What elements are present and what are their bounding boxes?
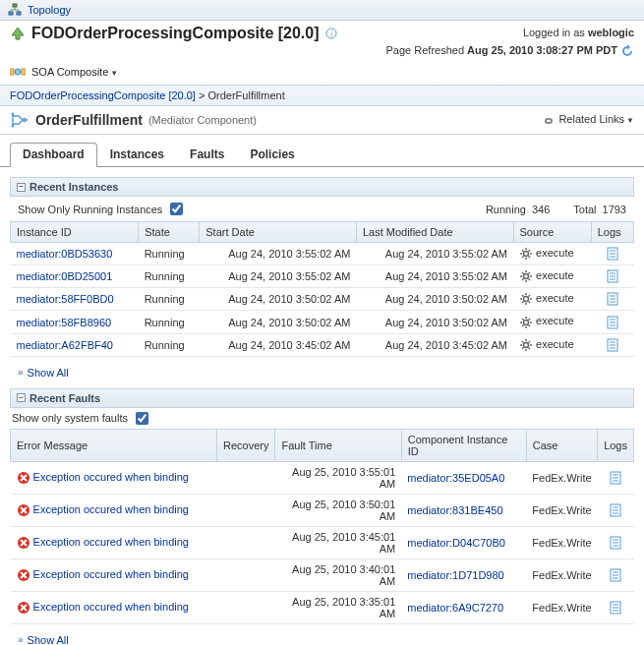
log-icon[interactable] bbox=[607, 269, 618, 283]
instance-id-link[interactable]: mediator:0BD25001 bbox=[17, 270, 113, 282]
up-arrow-icon[interactable] bbox=[10, 26, 26, 41]
svg-rect-0 bbox=[13, 4, 17, 7]
running-label: Running bbox=[486, 204, 526, 215]
collapse-icon[interactable]: − bbox=[17, 183, 26, 192]
col-modified-date[interactable]: Last Modified Date bbox=[356, 222, 513, 243]
col-state[interactable]: State bbox=[139, 222, 200, 243]
topology-icon bbox=[8, 3, 22, 17]
svg-rect-5 bbox=[10, 69, 14, 75]
col-component-instance-id[interactable]: Component Instance ID bbox=[401, 429, 526, 461]
log-icon[interactable] bbox=[610, 601, 621, 615]
fault-message-link[interactable]: Exception occured when binding bbox=[33, 601, 189, 613]
composite-menu[interactable]: SOA Composite▼ bbox=[31, 66, 118, 78]
related-links[interactable]: Related Links▼ bbox=[542, 113, 634, 127]
fault-recovery bbox=[217, 558, 275, 591]
tabs: Dashboard Instances Faults Policies bbox=[0, 135, 644, 167]
error-icon bbox=[17, 568, 30, 582]
fault-message-link[interactable]: Exception occured when binding bbox=[33, 568, 189, 580]
log-icon[interactable] bbox=[610, 471, 621, 485]
faults-show-all[interactable]: » Show All bbox=[10, 624, 634, 645]
instance-start: Aug 24, 2010 3:55:02 AM bbox=[200, 243, 357, 265]
recent-instances-header: − Recent Instances bbox=[10, 177, 634, 197]
tab-dashboard[interactable]: Dashboard bbox=[10, 143, 97, 167]
instance-modified: Aug 24, 2010 3:50:02 AM bbox=[356, 311, 513, 333]
instance-id-link[interactable]: mediator:0BD53630 bbox=[17, 248, 113, 260]
col-case[interactable]: Case bbox=[526, 429, 597, 461]
col-instance-id[interactable]: Instance ID bbox=[11, 222, 139, 243]
fault-case: FedEx.Write bbox=[526, 526, 597, 558]
table-row: Exception occured when bindingAug 25, 20… bbox=[11, 461, 634, 494]
col-logs[interactable]: Logs bbox=[598, 429, 634, 461]
component-instance-link[interactable]: mediator:6A9C7270 bbox=[407, 602, 503, 614]
fault-recovery bbox=[217, 494, 275, 526]
instance-source: execute bbox=[513, 288, 591, 311]
col-error-message[interactable]: Error Message bbox=[11, 429, 217, 461]
fault-recovery bbox=[217, 526, 275, 558]
component-instance-link[interactable]: mediator:1D71D980 bbox=[407, 569, 503, 581]
col-start-date[interactable]: Start Date bbox=[200, 222, 357, 243]
page-header: FODOrderProcessingComposite [20.0] i Log… bbox=[0, 21, 644, 63]
tab-faults[interactable]: Faults bbox=[177, 143, 237, 166]
instance-id-link[interactable]: mediator:58FB8960 bbox=[17, 317, 112, 328]
breadcrumb-parent[interactable]: FODOrderProcessingComposite [20.0] bbox=[10, 89, 196, 101]
log-icon[interactable] bbox=[607, 247, 618, 261]
error-icon bbox=[17, 601, 30, 615]
col-source[interactable]: Source bbox=[513, 222, 591, 243]
component-instance-link[interactable]: mediator:831BE450 bbox=[407, 504, 502, 516]
gear-icon bbox=[519, 269, 533, 283]
log-icon[interactable] bbox=[607, 292, 618, 306]
running-filter-checkbox[interactable] bbox=[170, 203, 183, 215]
svg-point-11 bbox=[12, 125, 15, 128]
mediator-icon bbox=[10, 112, 29, 128]
fault-recovery bbox=[217, 591, 275, 623]
fault-message-link[interactable]: Exception occured when binding bbox=[33, 503, 189, 515]
component-instance-link[interactable]: mediator:D04C70B0 bbox=[407, 537, 505, 549]
svg-line-45 bbox=[522, 302, 524, 304]
svg-line-57 bbox=[529, 324, 531, 326]
svg-line-30 bbox=[522, 272, 524, 274]
system-faults-checkbox[interactable] bbox=[136, 412, 148, 425]
col-logs[interactable]: Logs bbox=[591, 222, 633, 243]
tab-policies[interactable]: Policies bbox=[237, 143, 307, 166]
log-icon[interactable] bbox=[607, 316, 618, 329]
fault-time: Aug 25, 2010 3:55:01 AM bbox=[275, 461, 401, 494]
tab-instances[interactable]: Instances bbox=[97, 143, 177, 166]
col-fault-time[interactable]: Fault Time bbox=[275, 429, 401, 461]
svg-line-69 bbox=[522, 341, 524, 343]
svg-line-58 bbox=[522, 324, 524, 326]
instance-id-link[interactable]: mediator:58FF0BD0 bbox=[17, 293, 114, 305]
col-recovery[interactable]: Recovery bbox=[217, 429, 275, 461]
log-icon[interactable] bbox=[610, 568, 621, 582]
component-instance-link[interactable]: mediator:35ED05A0 bbox=[407, 472, 504, 484]
instances-table: Instance ID State Start Date Last Modifi… bbox=[10, 221, 634, 356]
fault-time: Aug 25, 2010 3:50:01 AM bbox=[275, 494, 401, 526]
svg-line-46 bbox=[529, 295, 531, 297]
table-row: mediator:58FB8960RunningAug 24, 2010 3:5… bbox=[11, 311, 634, 333]
log-icon[interactable] bbox=[610, 536, 621, 550]
instance-start: Aug 24, 2010 3:45:02 AM bbox=[200, 333, 357, 356]
fault-message-link[interactable]: Exception occured when binding bbox=[33, 471, 189, 483]
svg-rect-6 bbox=[22, 69, 26, 75]
component-bar: OrderFulfillment (Mediator Component) Re… bbox=[0, 106, 644, 135]
fault-case: FedEx.Write bbox=[526, 591, 597, 623]
collapse-icon[interactable]: − bbox=[17, 393, 26, 402]
log-icon[interactable] bbox=[610, 503, 621, 517]
instance-id-link[interactable]: mediator:A62FBF40 bbox=[17, 339, 113, 351]
topology-bar[interactable]: Topology bbox=[0, 0, 644, 21]
instance-source: execute bbox=[513, 311, 591, 333]
info-icon[interactable]: i bbox=[325, 28, 337, 39]
table-row: Exception occured when bindingAug 25, 20… bbox=[11, 494, 634, 526]
svg-line-72 bbox=[529, 341, 531, 343]
refresh-icon[interactable] bbox=[620, 44, 634, 58]
fault-message-link[interactable]: Exception occured when binding bbox=[33, 536, 189, 548]
svg-line-44 bbox=[529, 302, 531, 304]
svg-line-20 bbox=[529, 250, 531, 252]
instances-show-all[interactable]: » Show All bbox=[10, 357, 634, 388]
error-icon bbox=[17, 471, 30, 485]
table-row: mediator:58FF0BD0RunningAug 24, 2010 3:5… bbox=[11, 288, 634, 311]
topology-link[interactable]: Topology bbox=[28, 4, 71, 16]
fault-time: Aug 25, 2010 3:45:01 AM bbox=[275, 526, 401, 558]
table-row: Exception occured when bindingAug 25, 20… bbox=[11, 526, 634, 558]
svg-line-31 bbox=[529, 279, 531, 281]
log-icon[interactable] bbox=[607, 338, 618, 352]
